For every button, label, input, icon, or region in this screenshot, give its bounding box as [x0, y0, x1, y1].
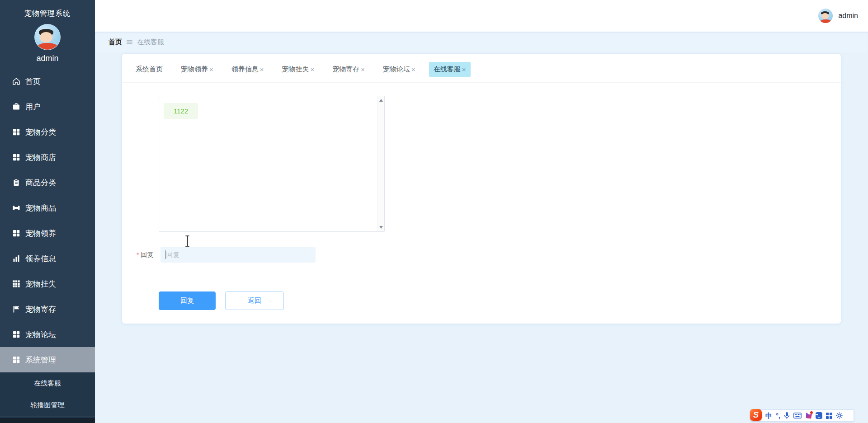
header-username: admin [838, 12, 858, 20]
chat-message-panel: 1122 [159, 96, 385, 232]
sidebar-item-pet-shop[interactable]: 宠物商店 [0, 145, 95, 170]
sidebar-item-label: 用户 [25, 102, 41, 112]
sidebar-item-system-management[interactable]: 系统管理 [0, 347, 95, 372]
grid-icon [12, 128, 20, 136]
tab-pet-forum[interactable]: 宠物论坛 × [378, 62, 420, 77]
tab-adoption-info[interactable]: 领养信息 × [227, 62, 269, 77]
clipboard-icon [12, 179, 20, 187]
form-buttons-row: 回复 返回 [122, 291, 841, 310]
sidebar-item-label: 宠物寄存 [25, 304, 56, 315]
chinese-mode-icon[interactable]: 中 [765, 412, 772, 419]
sidebar-item-label: 首页 [25, 76, 41, 87]
chat-scrollbar[interactable] [377, 96, 384, 231]
tab-system-home[interactable]: 系统首页 [131, 62, 167, 77]
sidebar-item-adoption-info[interactable]: 领养信息 [0, 246, 95, 271]
tab-pet-adoption[interactable]: 宠物领养 × [176, 62, 218, 77]
ime-toolbar: S 中 °, [751, 409, 854, 422]
grid-icon [12, 330, 20, 338]
tab-label: 宠物挂失 [282, 65, 309, 74]
bar-chart-icon [12, 254, 20, 263]
sidebar-item-pet-forum[interactable]: 宠物论坛 [0, 322, 95, 347]
avatar-face [40, 32, 52, 43]
avatar-shirt [820, 19, 832, 23]
scroll-down-arrow-icon[interactable] [379, 226, 383, 229]
tab-label: 在线客服 [434, 65, 461, 74]
scroll-up-arrow-icon[interactable] [379, 99, 383, 102]
close-icon[interactable]: × [260, 66, 264, 73]
tab-online-service[interactable]: 在线客服 × [429, 62, 471, 77]
breadcrumb: 首页 在线客服 [95, 32, 868, 52]
sidebar-item-label: 宠物挂失 [25, 279, 56, 289]
sidebar-subitem-online-service[interactable]: 在线客服 [0, 372, 95, 394]
breadcrumb-home[interactable]: 首页 [108, 38, 122, 47]
sidebar-item-label: 宠物分类 [25, 127, 56, 137]
close-icon[interactable]: × [209, 66, 213, 73]
sidebar-submenu: 在线客服 轮播图管理 [0, 372, 95, 416]
required-mark: * [137, 251, 139, 258]
close-icon[interactable]: × [462, 66, 466, 73]
reply-input[interactable] [160, 247, 316, 263]
tab-label: 宠物寄存 [332, 65, 359, 74]
tab-label: 宠物论坛 [383, 65, 410, 74]
flag-icon [12, 305, 20, 313]
sidebar-item-users[interactable]: 用户 [0, 94, 95, 119]
sidebar-item-pet-boarding[interactable]: 宠物寄存 [0, 296, 95, 322]
sidebar-item-label: 商品分类 [25, 178, 56, 188]
tab-label: 系统首页 [136, 65, 163, 74]
sidebar-item-pet-category[interactable]: 宠物分类 [0, 119, 95, 145]
settings-icon[interactable] [836, 412, 843, 419]
grid-icon [12, 153, 20, 161]
chat-message-bubble: 1122 [164, 103, 198, 119]
briefcase-icon [12, 103, 20, 111]
ai-assistant-icon[interactable] [805, 413, 812, 419]
breadcrumb-separator-icon [127, 40, 132, 44]
tab-pet-lost[interactable]: 宠物挂失 × [278, 62, 319, 77]
tab-pet-boarding[interactable]: 宠物寄存 × [328, 62, 369, 77]
text-caret [165, 250, 166, 259]
content-area: 系统首页 宠物领养 × 领养信息 × 宠物挂失 × 宠物 [95, 52, 868, 423]
sidebar-subitem-banner-management[interactable]: 轮播图管理 [0, 394, 95, 416]
reply-form-row: * 回复 [122, 247, 841, 263]
top-header: admin [95, 0, 868, 32]
emoji-icon[interactable] [816, 412, 822, 419]
sidebar-avatar [34, 24, 61, 50]
sidebar-item-pet-goods[interactable]: 宠物商品 [0, 195, 95, 221]
sogou-logo-icon[interactable]: S [750, 409, 762, 421]
keyboard-icon[interactable] [793, 413, 802, 418]
sidebar-item-label: 宠物论坛 [25, 329, 56, 340]
reply-button[interactable]: 回复 [159, 291, 216, 310]
header-avatar[interactable] [818, 9, 833, 23]
app-title: 宠物管理系统 [0, 9, 95, 19]
sidebar-item-pet-adoption[interactable]: 宠物领养 [0, 221, 95, 246]
header-user-menu[interactable]: admin [818, 9, 858, 23]
reply-input-wrap [160, 247, 316, 263]
sidebar-bottom-strip [0, 418, 95, 423]
main-area: admin 首页 在线客服 系统首页 宠物领养 × 领养信息 [95, 0, 868, 423]
back-button[interactable]: 返回 [225, 291, 284, 310]
breadcrumb-current: 在线客服 [137, 38, 164, 47]
avatar-face [821, 13, 829, 19]
tab-bar: 系统首页 宠物领养 × 领养信息 × 宠物挂失 × 宠物 [122, 54, 841, 83]
sidebar-item-label: 宠物商店 [25, 152, 56, 163]
content-card: 系统首页 宠物领养 × 领养信息 × 宠物挂失 × 宠物 [122, 54, 841, 324]
microphone-icon[interactable] [784, 412, 790, 419]
sidebar-item-label: 宠物领养 [25, 228, 56, 239]
bone-icon [12, 204, 20, 212]
sidebar: 宠物管理系统 admin 首页 用户 [0, 0, 95, 423]
close-icon[interactable]: × [311, 66, 315, 73]
punctuation-icon[interactable]: °, [776, 412, 780, 419]
reply-field-label: * 回复 [137, 251, 153, 259]
sidebar-item-goods-category[interactable]: 商品分类 [0, 170, 95, 195]
sidebar-item-label: 领养信息 [25, 254, 56, 264]
tab-label: 宠物领养 [181, 65, 208, 74]
close-icon[interactable]: × [361, 66, 365, 73]
avatar-shirt [38, 43, 58, 50]
home-icon [12, 77, 20, 85]
sidebar-item-label: 系统管理 [25, 355, 56, 365]
app-root: 宠物管理系统 admin 首页 用户 [0, 0, 868, 423]
grid-icon [12, 356, 20, 364]
sidebar-item-home[interactable]: 首页 [0, 69, 95, 94]
sidebar-item-pet-lost[interactable]: 宠物挂失 [0, 271, 95, 296]
close-icon[interactable]: × [411, 66, 415, 73]
apps-grid-icon[interactable] [826, 413, 832, 419]
